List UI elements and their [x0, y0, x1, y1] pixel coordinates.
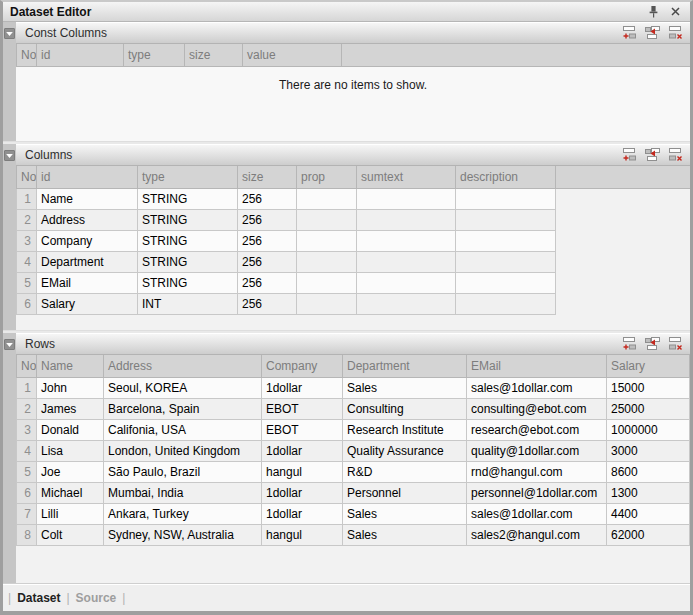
- tab-dataset[interactable]: Dataset: [11, 591, 66, 605]
- data-cell[interactable]: EBOT: [262, 398, 343, 419]
- data-cell[interactable]: Sales: [343, 503, 467, 524]
- data-cell[interactable]: consulting@ebot.com: [467, 398, 607, 419]
- collapse-icon[interactable]: [4, 150, 15, 161]
- data-cell[interactable]: 1300: [607, 482, 690, 503]
- data-cell[interactable]: 256: [238, 188, 297, 209]
- data-cell[interactable]: 1dollar: [262, 440, 343, 461]
- data-cell[interactable]: 15000: [607, 377, 690, 398]
- data-cell[interactable]: R&D: [343, 461, 467, 482]
- data-cell[interactable]: Seoul, KOREA: [104, 377, 262, 398]
- data-cell[interactable]: 25000: [607, 398, 690, 419]
- data-cell[interactable]: 1dollar: [262, 503, 343, 524]
- data-cell[interactable]: [357, 188, 456, 209]
- data-cell[interactable]: 1dollar: [262, 377, 343, 398]
- data-cell[interactable]: São Paulo, Brazil: [104, 461, 262, 482]
- data-cell[interactable]: 256: [238, 293, 297, 314]
- data-cell[interactable]: Department: [37, 251, 138, 272]
- data-cell[interactable]: Sales: [343, 524, 467, 545]
- data-cell[interactable]: sales@1dollar.com: [467, 377, 607, 398]
- data-cell[interactable]: personnel@1dollar.com: [467, 482, 607, 503]
- data-cell[interactable]: Salary: [37, 293, 138, 314]
- pin-icon[interactable]: [645, 4, 661, 19]
- insert-row-icon[interactable]: [643, 336, 661, 351]
- data-cell[interactable]: Address: [37, 209, 138, 230]
- data-cell[interactable]: [357, 293, 456, 314]
- data-cell[interactable]: 3000: [607, 440, 690, 461]
- insert-row-icon[interactable]: [643, 25, 661, 40]
- data-cell[interactable]: INT: [138, 293, 238, 314]
- data-cell[interactable]: [456, 293, 556, 314]
- data-cell[interactable]: research@ebot.com: [467, 419, 607, 440]
- data-cell[interactable]: [357, 230, 456, 251]
- delete-row-icon[interactable]: [666, 147, 684, 162]
- data-cell[interactable]: 256: [238, 251, 297, 272]
- data-cell[interactable]: [297, 230, 357, 251]
- data-cell[interactable]: Michael: [37, 482, 104, 503]
- data-cell[interactable]: Sydney, NSW, Australia: [104, 524, 262, 545]
- data-cell[interactable]: [456, 251, 556, 272]
- data-cell[interactable]: [297, 251, 357, 272]
- close-icon[interactable]: [667, 4, 683, 19]
- data-cell[interactable]: Consulting: [343, 398, 467, 419]
- data-cell[interactable]: hangul: [262, 461, 343, 482]
- data-cell[interactable]: Donald: [37, 419, 104, 440]
- insert-row-icon[interactable]: [643, 147, 661, 162]
- delete-row-icon[interactable]: [666, 25, 684, 40]
- data-cell[interactable]: [456, 230, 556, 251]
- data-cell[interactable]: Research Institute: [343, 419, 467, 440]
- data-cell[interactable]: Colt: [37, 524, 104, 545]
- data-cell[interactable]: [297, 293, 357, 314]
- data-cell[interactable]: hangul: [262, 524, 343, 545]
- data-cell[interactable]: [297, 188, 357, 209]
- data-cell[interactable]: Personnel: [343, 482, 467, 503]
- data-cell[interactable]: rnd@hangul.com: [467, 461, 607, 482]
- data-cell[interactable]: Mumbai, India: [104, 482, 262, 503]
- data-cell[interactable]: Name: [37, 188, 138, 209]
- add-row-icon[interactable]: [620, 336, 638, 351]
- data-cell[interactable]: STRING: [138, 251, 238, 272]
- data-cell[interactable]: Ankara, Turkey: [104, 503, 262, 524]
- add-row-icon[interactable]: [620, 25, 638, 40]
- data-cell[interactable]: Barcelona, Spain: [104, 398, 262, 419]
- data-cell[interactable]: Lisa: [37, 440, 104, 461]
- data-cell[interactable]: quality@1dollar.com: [467, 440, 607, 461]
- data-cell[interactable]: 62000: [607, 524, 690, 545]
- data-cell[interactable]: [357, 251, 456, 272]
- data-cell[interactable]: Sales: [343, 377, 467, 398]
- data-cell[interactable]: STRING: [138, 272, 238, 293]
- data-cell[interactable]: 4400: [607, 503, 690, 524]
- data-cell[interactable]: 1000000: [607, 419, 690, 440]
- data-cell[interactable]: STRING: [138, 230, 238, 251]
- collapse-icon[interactable]: [4, 28, 15, 39]
- data-cell[interactable]: Joe: [37, 461, 104, 482]
- data-cell[interactable]: 256: [238, 272, 297, 293]
- data-cell[interactable]: [456, 188, 556, 209]
- data-cell[interactable]: [357, 209, 456, 230]
- data-cell[interactable]: 8600: [607, 461, 690, 482]
- add-row-icon[interactable]: [620, 147, 638, 162]
- data-cell[interactable]: sales@1dollar.com: [467, 503, 607, 524]
- data-cell[interactable]: Quality Assurance: [343, 440, 467, 461]
- collapse-icon[interactable]: [4, 339, 15, 350]
- data-cell[interactable]: James: [37, 398, 104, 419]
- data-cell[interactable]: London, United Kingdom: [104, 440, 262, 461]
- data-cell[interactable]: STRING: [138, 209, 238, 230]
- data-cell[interactable]: [297, 209, 357, 230]
- data-cell[interactable]: 256: [238, 209, 297, 230]
- data-cell[interactable]: Lilli: [37, 503, 104, 524]
- tab-source[interactable]: Source: [70, 591, 123, 605]
- data-cell[interactable]: [357, 272, 456, 293]
- data-cell[interactable]: [456, 272, 556, 293]
- data-cell[interactable]: sales2@hangul.com: [467, 524, 607, 545]
- data-cell[interactable]: [456, 209, 556, 230]
- delete-row-icon[interactable]: [666, 336, 684, 351]
- data-cell[interactable]: Company: [37, 230, 138, 251]
- data-cell[interactable]: EBOT: [262, 419, 343, 440]
- data-cell[interactable]: EMail: [37, 272, 138, 293]
- data-cell[interactable]: STRING: [138, 188, 238, 209]
- data-cell[interactable]: John: [37, 377, 104, 398]
- data-cell[interactable]: Califonia, USA: [104, 419, 262, 440]
- data-cell[interactable]: [297, 272, 357, 293]
- data-cell[interactable]: 1dollar: [262, 482, 343, 503]
- data-cell[interactable]: 256: [238, 230, 297, 251]
